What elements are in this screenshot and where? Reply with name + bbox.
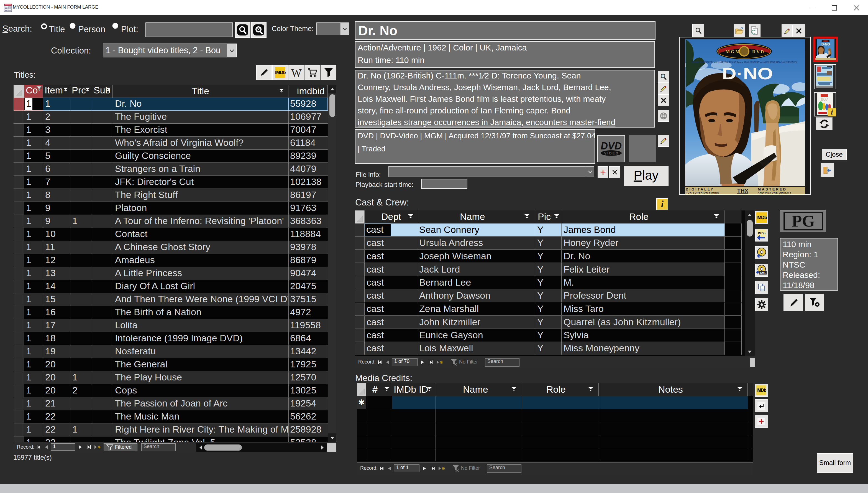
svg-text:THX: THX [737,188,749,194]
svg-text:XML: XML [760,271,766,275]
svg-text:DIGITALLY: DIGITALLY [686,187,714,191]
svg-text:V I D E O: V I D E O [604,151,618,155]
svg-text:AND PICTURE QUALITY: AND PICTURE QUALITY [758,191,792,194]
svg-text:MASTERED: MASTERED [758,187,787,191]
svg-text:M G M: M G M [726,49,740,54]
svg-text:ALBERT R. BROCCOLI and HARRY S: ALBERT R. BROCCOLI and HARRY SALTZMAN Pr… [691,61,797,64]
svg-text:D·NO: D·NO [722,64,773,83]
svg-text:DVD: DVD [601,140,622,152]
svg-text:D V D: D V D [752,49,764,54]
svg-text:007: 007 [821,97,828,102]
svg-text:D·NO: D·NO [821,42,830,46]
svg-text:FOR SUPERIOR SOUND: FOR SUPERIOR SOUND [686,191,719,194]
